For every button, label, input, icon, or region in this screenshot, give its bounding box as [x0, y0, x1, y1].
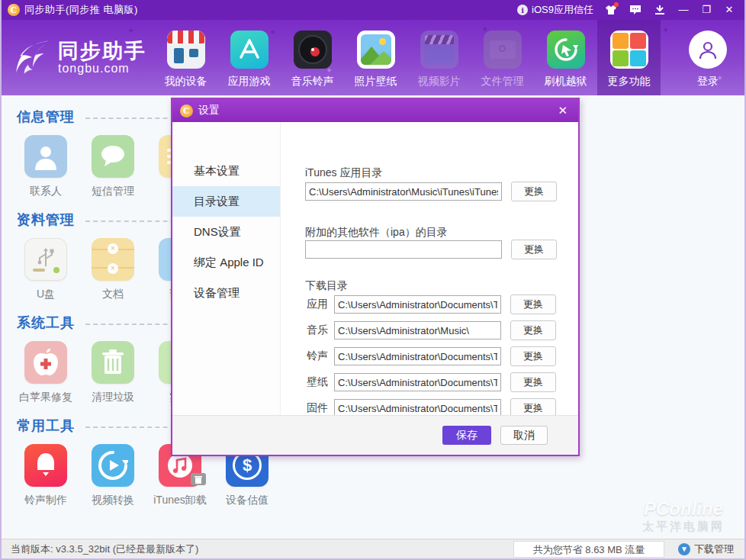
- sidebar-item-documents[interactable]: 文档: [90, 238, 136, 301]
- video-convert-icon: [92, 444, 134, 487]
- sidebar-item-sms[interactable]: 短信管理: [90, 135, 136, 198]
- itunes-dir-input[interactable]: [305, 182, 502, 201]
- nav-item-photo-wallpaper[interactable]: 照片壁纸: [344, 20, 407, 95]
- nav-item-file-manager[interactable]: 文件管理: [471, 20, 534, 95]
- music-dir-input[interactable]: [334, 321, 501, 340]
- itunes-dir-change-button[interactable]: 更换: [511, 182, 557, 201]
- download-icon: ▼: [678, 543, 690, 555]
- usb-icon: [24, 238, 67, 281]
- app-window: C 同步助手(同步推 电脑版) i iOS9应用信任 — ❐ ✕ ✦ ✦ ✦: [0, 0, 746, 560]
- sidebar-item-usb-disk[interactable]: U盘: [23, 238, 69, 301]
- dialog-footer: 保存 取消: [172, 415, 578, 455]
- photo-icon: [357, 31, 395, 69]
- nav-label: 音乐铃声: [291, 75, 334, 89]
- brand-logo[interactable]: 同步助手 tongbu.com: [2, 20, 154, 95]
- close-button[interactable]: ✕: [723, 4, 735, 16]
- sidebar-item-label: 清理垃圾: [92, 391, 134, 404]
- notification-dot: [614, 2, 619, 7]
- sidebar-item-label: U盘: [37, 288, 55, 301]
- minimize-button[interactable]: —: [677, 4, 690, 16]
- dialog-close-icon[interactable]: ✕: [555, 104, 571, 117]
- sidebar-item-video-convert[interactable]: 视频转换: [90, 444, 136, 507]
- window-title: 同步助手(同步推 电脑版): [24, 3, 138, 17]
- watermark: PConline 太平洋电脑网: [642, 498, 725, 534]
- sidebar-item-label: 短信管理: [92, 185, 134, 198]
- theme-skin-button[interactable]: [604, 4, 618, 16]
- dialog-logo-icon: C: [180, 105, 193, 117]
- appstore-icon: [230, 31, 268, 69]
- nav-label: 更多功能: [608, 75, 651, 89]
- settings-dialog: C 设置 ✕ 基本设置 目录设置 DNS设置 绑定 Apple ID 设备管理 …: [171, 98, 580, 456]
- vinyl-record-icon: [294, 31, 332, 69]
- statusbar: 当前版本: v3.3.5_32bit (已经是最新版本了) 共为您节省 8.63…: [2, 539, 744, 558]
- chat-bubble-icon: [629, 5, 641, 15]
- tab-basic-settings[interactable]: 基本设置: [172, 156, 280, 186]
- apple-repair-icon: [24, 341, 67, 384]
- sidebar-item-label: 联系人: [30, 185, 62, 198]
- main-nav: ✦ ✦ ✦ ✦ ✦ ✦ 同步助手 tongbu.com 我的设备: [2, 20, 744, 95]
- nav-item-apps-games[interactable]: 应用游戏: [217, 20, 281, 95]
- nav-label: 照片壁纸: [355, 75, 397, 89]
- nav-item-music-ringtone[interactable]: 音乐铃声: [281, 20, 344, 95]
- sidebar-item-contacts[interactable]: 联系人: [23, 135, 69, 198]
- trash-icon: [92, 341, 134, 384]
- dialog-tabs: 基本设置 目录设置 DNS设置 绑定 Apple ID 设备管理: [172, 122, 281, 415]
- bell-icon: [24, 444, 67, 487]
- feedback-button[interactable]: [629, 4, 642, 16]
- cancel-button[interactable]: 取消: [500, 426, 548, 445]
- titlebar: C 同步助手(同步推 电脑版) i iOS9应用信任 — ❐ ✕: [2, 0, 744, 20]
- nav-item-video[interactable]: 视频影片: [407, 20, 471, 95]
- music-dir-change-button[interactable]: 更换: [510, 320, 556, 340]
- sidebar-item-label: 设备估值: [226, 494, 268, 507]
- download-manager-label: 下载管理: [694, 542, 734, 556]
- wallpaper-dir-input[interactable]: [334, 373, 501, 391]
- tab-dns-settings[interactable]: DNS设置: [172, 217, 280, 247]
- wing-logo-icon: [12, 38, 52, 78]
- tray-arrow-icon: [654, 5, 665, 15]
- brand-name: 同步助手: [58, 40, 146, 62]
- clapperboard-icon: [420, 31, 458, 69]
- sidebar-item-clean-junk[interactable]: 清理垃圾: [90, 341, 136, 404]
- nav-item-jailbreak[interactable]: 刷机越狱: [534, 20, 597, 95]
- maximize-button[interactable]: ❐: [700, 4, 712, 16]
- brand-domain: tongbu.com: [58, 62, 146, 76]
- nav-item-login[interactable]: 登录: [671, 20, 744, 95]
- dialog-content: iTunes 应用目录 更换 附加的其他软件（ipa）的目录 更换 下载目录 应…: [281, 122, 578, 415]
- ringtone-dir-row-label: 铃声: [305, 349, 328, 363]
- download-manager-button[interactable]: ▼ 下载管理: [678, 542, 734, 556]
- ios9-trust-label: iOS9应用信任: [532, 3, 593, 17]
- document-drawer-icon: [92, 238, 134, 281]
- ios9-trust-button[interactable]: i iOS9应用信任: [517, 3, 593, 17]
- save-button[interactable]: 保存: [442, 426, 491, 445]
- dialog-titlebar: C 设置 ✕: [172, 99, 578, 122]
- nav-label: 登录: [697, 75, 719, 89]
- firmware-dir-row-label: 固件: [305, 401, 328, 415]
- sidebar-item-ringtone-maker[interactable]: 铃声制作: [23, 444, 69, 507]
- ipa-dir-label: 附加的其他软件（ipa）的目录: [305, 226, 448, 240]
- app-dir-change-button[interactable]: 更换: [510, 294, 556, 314]
- itunes-dir-label: iTunes 应用目录: [305, 166, 382, 180]
- tab-directory-settings[interactable]: 目录设置: [172, 186, 280, 217]
- ipa-dir-change-button[interactable]: 更换: [511, 240, 557, 259]
- ringtone-dir-change-button[interactable]: 更换: [510, 346, 556, 366]
- nav-item-more-features[interactable]: 更多功能: [597, 20, 661, 95]
- nav-label: 刷机越狱: [545, 75, 587, 89]
- user-avatar-icon: [689, 31, 727, 69]
- contacts-icon: [24, 135, 67, 178]
- sidebar-item-label: iTunes卸载: [153, 494, 207, 507]
- wallpaper-dir-change-button[interactable]: 更换: [510, 372, 556, 392]
- app-dir-input[interactable]: [334, 295, 501, 314]
- tab-apple-id[interactable]: 绑定 Apple ID: [172, 247, 280, 278]
- sidebar-item-apple-repair[interactable]: 白苹果修复: [23, 341, 69, 404]
- nav-item-my-device[interactable]: 我的设备: [154, 20, 217, 95]
- storefront-icon: [167, 31, 205, 69]
- minimize-to-tray-button[interactable]: [653, 4, 667, 16]
- tab-device-management[interactable]: 设备管理: [172, 278, 280, 308]
- main-content: 信息管理 联系人 短信管理: [2, 95, 744, 540]
- watermark-logo: PConline: [642, 498, 725, 520]
- sms-bubble-icon: [92, 135, 134, 178]
- flash-jailbreak-icon: [547, 31, 585, 69]
- ipa-dir-input[interactable]: [305, 240, 502, 259]
- nav-items: 我的设备 应用游戏 音乐铃声 照片壁纸 视频影片: [154, 20, 744, 95]
- ringtone-dir-input[interactable]: [334, 347, 501, 365]
